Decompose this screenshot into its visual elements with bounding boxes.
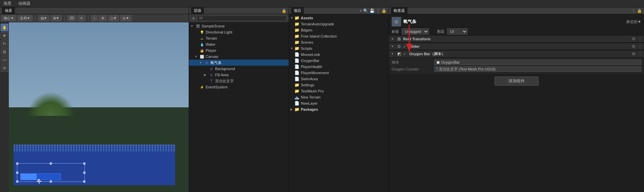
folder-freeisland[interactable]: 📁 Free Island Collection bbox=[289, 33, 389, 39]
tab-inspector[interactable]: 检查器 bbox=[391, 7, 408, 14]
asset-newterrain[interactable]: 🗻 New Terrain bbox=[289, 94, 389, 100]
scale-tool[interactable]: ⊞ bbox=[1, 48, 8, 56]
hierarchy-content: ▼ 🎬 SampleScene 💡 Directional Light ⛰ Te… bbox=[189, 22, 289, 192]
label-playermovement: PlayerMovement bbox=[301, 71, 329, 75]
script-playermovement[interactable]: 📄 PlayerMovement bbox=[289, 70, 389, 76]
asset-newlayer[interactable]: 📄 NewLayer bbox=[289, 100, 389, 106]
move-snap-btn[interactable]: ↕ bbox=[91, 15, 98, 21]
settings-btn[interactable]: ⚙ bbox=[99, 15, 107, 21]
oxygenbar-check[interactable]: ✓ bbox=[403, 52, 408, 56]
hierarchy-lock[interactable]: 🔒 bbox=[282, 8, 287, 13]
project-lock[interactable]: 🔒 bbox=[381, 8, 387, 13]
tree-canvas[interactable]: ▼ ⬜ Canvas bbox=[189, 54, 289, 60]
folder-settings[interactable]: 📁 Settings bbox=[289, 82, 389, 88]
global-btn[interactable]: 全局▼ bbox=[18, 15, 33, 21]
arrow-oxygenbar: ▼ bbox=[199, 61, 204, 64]
folder-assets[interactable]: ▼ 📁 Assets bbox=[289, 15, 389, 21]
render-btn[interactable]: ◎▼ bbox=[120, 15, 131, 21]
rect-tool[interactable]: ▭ bbox=[1, 56, 8, 64]
tab-project[interactable]: 项目 bbox=[291, 7, 304, 14]
tree-terrain[interactable]: ⛰ Terrain bbox=[189, 35, 289, 41]
insp-more-btn[interactable]: ⋮ bbox=[631, 8, 636, 13]
menu-scene[interactable]: 场景 bbox=[1, 0, 14, 7]
move-tool[interactable]: ✛ bbox=[37, 178, 43, 185]
prop-oxycounter-value[interactable]: T 百分比文字 (Text Mesh Pro UGUI) bbox=[434, 66, 641, 72]
add-component-button[interactable]: 添加组件 bbox=[495, 77, 539, 86]
oxygenbar-gear-icon[interactable]: ⚙ bbox=[632, 51, 636, 56]
label-water: Water bbox=[206, 42, 215, 46]
pivot-btn[interactable]: 轴心▼ bbox=[1, 15, 16, 21]
rotate-tool[interactable]: ↻ bbox=[1, 40, 8, 47]
project-add-btn[interactable]: + bbox=[359, 8, 362, 13]
tree-oxygen-bar[interactable]: ▼ ⊙ 氧气条 bbox=[189, 60, 289, 66]
project-more-btn[interactable]: ⋮ bbox=[376, 8, 380, 13]
handle-bm[interactable] bbox=[50, 180, 52, 183]
scene-panel-header: 场景 bbox=[0, 7, 189, 14]
folder-textmesh[interactable]: 📁 TextMesh Pro bbox=[289, 88, 389, 94]
tree-directional-light[interactable]: 💡 Directional Light bbox=[189, 29, 289, 35]
handle-ml[interactable] bbox=[16, 172, 18, 174]
hierarchy-search[interactable] bbox=[197, 16, 287, 21]
rect-more-icon[interactable]: ⋮ bbox=[638, 37, 642, 41]
comp-slider[interactable]: ▼ ⊙ ✓ Slider ⚙ ⋮ bbox=[389, 43, 644, 50]
tree-scene-root[interactable]: ▼ 🎬 SampleScene bbox=[189, 23, 289, 29]
player-icon: 🧑 bbox=[199, 48, 205, 53]
tree-fill-area[interactable]: ▶ ⊙ Fill Area bbox=[189, 72, 289, 78]
comp-oxygenbar[interactable]: ▼ ◩ ✓ Oxygen Bar（脚本） ⚙ ⋮ bbox=[389, 50, 644, 58]
gizmo-btn[interactable]: ⊞▼ bbox=[51, 15, 62, 21]
handle-mr[interactable] bbox=[83, 172, 85, 174]
label-swimarea: SwimArea bbox=[301, 77, 318, 81]
folder-scripts[interactable]: ▼ 📁 Scripts bbox=[289, 45, 389, 51]
folder-terrain-auto[interactable]: 📁 TerrainAutoUpgrade bbox=[289, 21, 389, 27]
handle-tr[interactable] bbox=[83, 163, 85, 165]
scene-view[interactable]: ✛ ✋ ⊕ ↻ ⊞ ▭ ⊘ bbox=[0, 22, 189, 192]
oxygenbar-more-icon[interactable]: ⋮ bbox=[638, 52, 642, 56]
insp-static-label[interactable]: 静态的▼ bbox=[626, 19, 641, 24]
hier-add-btn[interactable]: + bbox=[191, 15, 196, 22]
slider-gear-icon[interactable]: ⚙ bbox=[632, 44, 636, 49]
slider-more-icon[interactable]: ⋮ bbox=[638, 44, 642, 49]
oxygenbar-body: 脚本 🔲 OxygenBar Oxygen Counter T 百分比文字 (T… bbox=[389, 58, 644, 74]
mode-2d-btn[interactable]: 2D bbox=[67, 15, 77, 21]
oxygenbar-comp-name: Oxygen Bar（脚本） bbox=[409, 51, 445, 57]
sun-btn[interactable]: ☀ bbox=[78, 15, 85, 21]
handle-bl[interactable] bbox=[16, 180, 18, 183]
project-save-btn[interactable]: 💾 bbox=[370, 8, 375, 13]
move-tool-btn[interactable]: ⊕ bbox=[1, 32, 8, 39]
camera-btn[interactable]: ◻▼ bbox=[108, 15, 119, 21]
handle-tl[interactable] bbox=[16, 163, 18, 165]
project-search-btn[interactable]: 🔍 bbox=[363, 8, 368, 13]
script-mouselook[interactable]: 📄 MouseLook bbox=[289, 51, 389, 58]
script-oxygenbar[interactable]: 📄 OxygenBar bbox=[289, 58, 389, 64]
tree-background[interactable]: ⊙ Background bbox=[189, 66, 289, 72]
transform-tool[interactable]: ⊘ bbox=[1, 64, 8, 72]
tree-eventsystem[interactable]: ⚡ EventSystem bbox=[189, 84, 289, 90]
handle-br[interactable] bbox=[83, 180, 85, 183]
handle-tm[interactable] bbox=[50, 163, 52, 165]
tab-hierarchy[interactable]: 层级 bbox=[191, 7, 204, 14]
prop-script-value[interactable]: 🔲 OxygenBar bbox=[434, 60, 641, 65]
rect-gear-icon[interactable]: ⚙ bbox=[632, 37, 636, 41]
folder-bitgem[interactable]: 📁 Bitgem bbox=[289, 27, 389, 33]
insp-layer-dropdown[interactable]: UI bbox=[447, 28, 468, 35]
comp-rect-transform[interactable]: ▼ ⊞ Rect Transform ⚙ ⋮ bbox=[389, 35, 644, 43]
slider-check[interactable]: ✓ bbox=[403, 44, 408, 49]
tree-player[interactable]: 🧑 Player bbox=[189, 47, 289, 54]
slider-obj-icon: ⊙ bbox=[396, 44, 402, 49]
tree-percent-text[interactable]: T 百分比文字 bbox=[189, 78, 289, 84]
insp-lock[interactable]: 🔒 bbox=[637, 8, 642, 13]
folder-scenes[interactable]: 📁 Scenes bbox=[289, 39, 389, 45]
hand-tool[interactable]: ✋ bbox=[1, 24, 8, 31]
script-playerhealth[interactable]: 📄 PlayerHealth bbox=[289, 64, 389, 70]
menu-animator[interactable]: 动画器 bbox=[16, 0, 33, 7]
label-scenes: Scenes bbox=[301, 40, 313, 44]
inspector-panel: 检查器 ⋮ 🔒 ⊙ 氧气条 静态的▼ 标签 Untagged 图层 UI bbox=[389, 7, 644, 192]
folder-packages[interactable]: ▶ 📁 Packages bbox=[289, 106, 389, 112]
script-swimarea[interactable]: 📄 SwimArea bbox=[289, 76, 389, 82]
grid-btn[interactable]: ▤▼ bbox=[38, 15, 49, 21]
tree-water[interactable]: 💧 Water bbox=[189, 41, 289, 47]
tab-scene[interactable]: 场景 bbox=[2, 7, 15, 14]
insp-tag-dropdown[interactable]: Untagged bbox=[402, 28, 429, 35]
script-ref-icon: 🔲 bbox=[436, 61, 440, 64]
textmesh-icon: 📁 bbox=[294, 89, 300, 93]
